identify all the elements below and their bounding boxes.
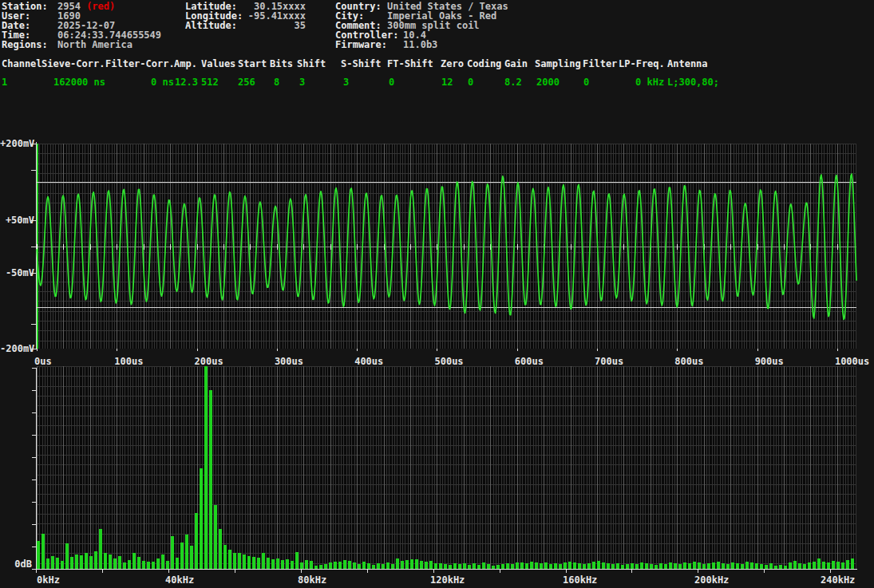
spectrum-bar	[789, 562, 792, 569]
channel-cell-value: 1	[2, 77, 7, 87]
spectrum-bar	[243, 554, 246, 569]
channel-cell-value: 162000 ns	[53, 77, 105, 87]
channel-cell-value: 12	[441, 77, 453, 87]
channel-cell-value: 0 ns	[151, 77, 174, 87]
channel-column-header: Filter	[583, 59, 617, 69]
spectrum-bar	[439, 563, 442, 569]
spectrum-bar	[813, 562, 816, 569]
spectrum-bar	[343, 560, 346, 569]
spectrum-bar	[200, 468, 203, 569]
spectrum-bar	[607, 563, 610, 569]
waveform-x-tick	[837, 349, 838, 351]
spectrum-db-label: 0dB	[0, 559, 32, 569]
spectrum-bar	[832, 561, 835, 569]
spectrum-bar	[329, 562, 332, 569]
spectrum-bar	[520, 562, 524, 569]
spectrum-bar	[698, 562, 701, 569]
spectrum-bar	[473, 563, 476, 569]
spectrum-bar	[420, 561, 423, 569]
spectrum-bar	[645, 563, 648, 569]
spectrum-bar	[85, 553, 88, 569]
spectrum-bar	[46, 558, 49, 569]
spectrum-bar	[530, 562, 533, 569]
spectrum-bar	[132, 553, 136, 569]
spectrum-bar	[592, 562, 595, 569]
spectrum-x-tick-label: 0kHz	[37, 575, 60, 585]
waveform-x-tick-label: 500us	[434, 357, 463, 366]
spectrum-bar	[798, 563, 801, 569]
spectrum-bar	[463, 563, 466, 569]
channel-column-header: LP-Freq.	[619, 59, 665, 69]
channel-cell-value: 0 kHz	[635, 77, 664, 87]
channel-column-header: Gain	[504, 59, 528, 69]
waveform-y-tick	[31, 247, 36, 247]
spectrum-bar	[214, 505, 217, 569]
channel-column-header: Antenna	[667, 59, 708, 69]
spectrum-bar	[405, 560, 409, 569]
waveform-x-tick-label: 800us	[674, 357, 703, 366]
spectrum-bar	[291, 561, 294, 569]
spectrum-x-tick-label: 200kHz	[694, 575, 729, 585]
spectrum-bar	[808, 562, 811, 569]
channel-cell-value: 8	[274, 77, 279, 87]
spectrum-bar	[750, 562, 753, 569]
channel-column-header: Filter-Corr.	[105, 59, 175, 69]
spectrum-bar	[353, 562, 356, 569]
spectrum-bar	[238, 553, 241, 569]
spectrum-bar	[425, 562, 428, 569]
spectrum-x-tick	[301, 570, 302, 573]
waveform-x-tick	[117, 349, 117, 351]
spectrum-y-tick	[32, 457, 36, 458]
spectrum-bar	[305, 560, 308, 569]
waveform-x-tick-label: 700us	[595, 357, 623, 366]
spectrum-bar	[61, 561, 64, 569]
channel-cell-value: 512	[201, 77, 219, 87]
spectrum-bar	[540, 563, 543, 569]
waveform-x-tick	[517, 349, 518, 351]
waveform-x-tick	[437, 349, 437, 351]
waveform-trace	[37, 144, 856, 349]
spectrum-bar	[281, 560, 284, 569]
channel-column-header: Shift	[297, 59, 326, 69]
channel-column-header: Bits	[270, 59, 293, 69]
spectrum-bar	[42, 534, 45, 569]
spectrum-bar	[271, 559, 275, 569]
spectrum-bar	[209, 390, 212, 569]
spectrum-plot-area	[37, 366, 856, 569]
spectrum-x-tick-label: 160kHz	[563, 575, 597, 585]
spectrum-bar	[75, 554, 78, 569]
waveform-x-tick	[357, 349, 358, 351]
spectrum-bar	[410, 559, 413, 569]
spectrum-bar	[688, 563, 691, 569]
spectrum-bar	[295, 552, 299, 569]
spectrum-bar	[415, 559, 418, 569]
waveform-y-tick-label: +50mV	[0, 215, 34, 225]
channel-cell-value: 0	[389, 77, 394, 87]
waveform-x-tick	[757, 349, 758, 351]
spectrum-x-tick	[367, 570, 368, 573]
spectrum-bar	[252, 557, 255, 569]
spectrum-y-tick	[32, 502, 36, 503]
spectrum-x-tick	[631, 570, 632, 573]
spectrum-bar	[578, 563, 581, 569]
spectrum-bar	[453, 563, 457, 569]
channel-column-header: Values	[201, 59, 235, 69]
spectrum-bar	[669, 562, 672, 569]
waveform-chart: +200mV+50mV-50mV-200mV0us100us200us300us…	[0, 136, 874, 367]
spectrum-x-tick	[698, 570, 698, 573]
spectrum-y-tick	[32, 390, 36, 391]
spectrum-bar	[851, 558, 854, 569]
spectrum-x-tick	[433, 570, 434, 573]
spectrum-bar	[836, 562, 840, 569]
spectrum-bar	[846, 560, 849, 569]
waveform-x-tick	[37, 349, 38, 351]
spectrum-bar	[631, 563, 634, 569]
spectrum-x-tick	[500, 570, 500, 573]
spectrum-x-tick	[235, 570, 235, 573]
spectrum-bar	[401, 561, 404, 569]
channel-column-header: Amp.	[174, 59, 197, 69]
spectrum-bar	[429, 561, 433, 569]
spectrum-bar	[233, 553, 236, 569]
spectrum-bar	[659, 563, 662, 569]
spectrum-bar	[793, 561, 797, 569]
